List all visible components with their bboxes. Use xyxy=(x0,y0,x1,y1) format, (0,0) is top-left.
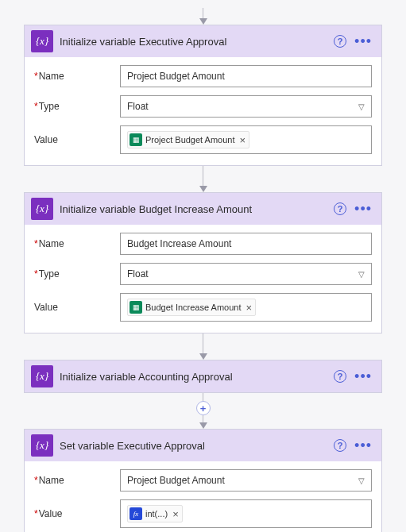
card-menu-button[interactable]: ••• xyxy=(354,206,372,212)
card-menu-button[interactable]: ••• xyxy=(354,442,372,449)
field-label: *Name xyxy=(34,475,120,486)
help-icon[interactable]: ? xyxy=(334,370,346,383)
action-card[interactable]: {x}Initialize variable Executive Approva… xyxy=(24,25,382,166)
flow-arrow xyxy=(199,333,207,360)
flow-arrow xyxy=(199,166,207,192)
card-title: Initialize variable Executive Approval xyxy=(60,36,327,48)
card-body: *NameProject Budget Amount▽*Valuefxint(.… xyxy=(25,461,381,532)
card-header[interactable]: {x}Initialize variable Accounting Approv… xyxy=(25,360,381,392)
fx-icon: fx xyxy=(130,507,142,520)
help-icon[interactable]: ? xyxy=(334,35,346,48)
field-label: *Name xyxy=(34,238,120,249)
value-token[interactable]: ▦Project Budget Amount× xyxy=(127,131,249,148)
card-header[interactable]: {x}Initialize variable Budget Increase A… xyxy=(25,193,381,225)
value-token[interactable]: ▦Budget Increase Amount× xyxy=(127,299,256,316)
field-label: *Type xyxy=(34,268,120,279)
token-input[interactable]: fxint(...)× xyxy=(120,499,372,528)
card-header[interactable]: {x}Set variable Executive Approval?••• xyxy=(25,430,381,461)
select-input[interactable]: Float▽ xyxy=(120,95,372,118)
variable-icon: {x} xyxy=(31,198,53,220)
token-input[interactable]: ▦Budget Increase Amount× xyxy=(120,293,372,322)
card-header[interactable]: {x}Initialize variable Executive Approva… xyxy=(25,25,381,57)
token-input[interactable]: ▦Project Budget Amount× xyxy=(120,125,372,154)
chevron-down-icon: ▽ xyxy=(358,270,365,279)
value-token[interactable]: fxint(...)× xyxy=(127,505,183,522)
variable-icon: {x} xyxy=(31,434,53,457)
remove-token-icon[interactable]: × xyxy=(246,302,252,314)
remove-token-icon[interactable]: × xyxy=(240,134,246,146)
action-card[interactable]: {x}Initialize variable Budget Increase A… xyxy=(24,192,382,333)
action-card[interactable]: {x}Initialize variable Accounting Approv… xyxy=(24,360,382,393)
field-label: *Type xyxy=(34,101,120,112)
text-input[interactable]: Project Budget Amount xyxy=(120,65,372,87)
card-body: *NameBudget Increase Amount*TypeFloat▽Va… xyxy=(25,225,381,333)
field-label: Value xyxy=(34,134,120,145)
variable-icon: {x} xyxy=(31,30,53,52)
token-label: Budget Increase Amount xyxy=(145,303,241,312)
help-icon[interactable]: ? xyxy=(334,439,346,452)
sharepoint-icon: ▦ xyxy=(130,301,142,314)
field-label: Value xyxy=(34,302,120,313)
card-title: Initialize variable Accounting Approval xyxy=(60,371,327,383)
chevron-down-icon: ▽ xyxy=(358,102,365,111)
select-input[interactable]: Float▽ xyxy=(120,263,372,285)
card-body: *NameProject Budget Amount*TypeFloat▽Val… xyxy=(25,57,381,165)
add-step-button[interactable]: + xyxy=(196,401,211,415)
action-card[interactable]: {x}Set variable Executive Approval?•••*N… xyxy=(24,429,382,532)
text-input[interactable]: Budget Increase Amount xyxy=(120,233,372,255)
variable-icon: {x} xyxy=(31,365,53,387)
flow-arrow xyxy=(199,8,207,25)
select-input[interactable]: Project Budget Amount▽ xyxy=(120,469,372,492)
field-label: *Value xyxy=(34,508,120,519)
remove-token-icon[interactable]: × xyxy=(172,508,179,520)
card-title: Set variable Executive Approval xyxy=(60,440,327,452)
sharepoint-icon: ▦ xyxy=(130,133,142,146)
field-label: *Name xyxy=(34,71,120,82)
flow-connector: + xyxy=(196,393,211,429)
card-title: Initialize variable Budget Increase Amou… xyxy=(60,203,327,215)
card-menu-button[interactable]: ••• xyxy=(354,38,372,44)
token-label: int(...) xyxy=(145,509,168,519)
token-label: Project Budget Amount xyxy=(145,135,235,145)
card-menu-button[interactable]: ••• xyxy=(354,373,372,380)
help-icon[interactable]: ? xyxy=(334,202,346,215)
chevron-down-icon: ▽ xyxy=(358,476,365,485)
